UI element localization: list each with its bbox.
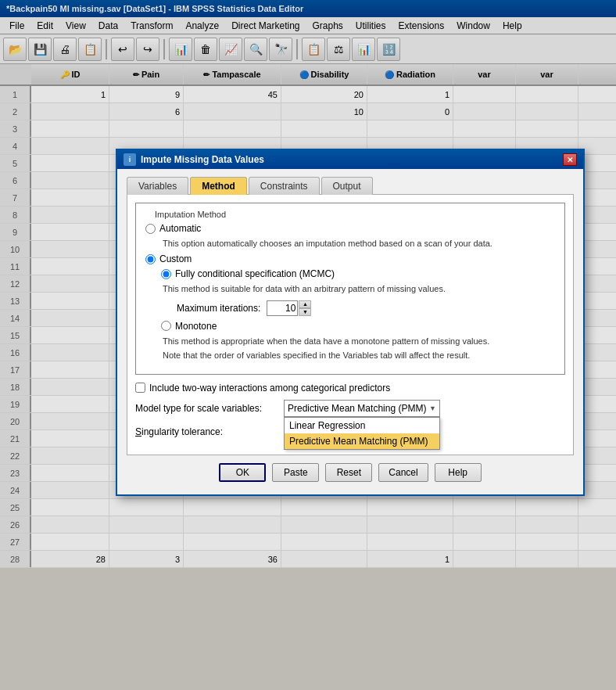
automatic-radio-row: Automatic [145, 223, 555, 234]
dialog-body: Variables Method Constraints Output Impu… [117, 169, 583, 494]
paste-button[interactable]: Paste [272, 463, 319, 482]
singularity-label: Singularity tolerance: [135, 426, 284, 437]
tab-content-method: Imputation Method Automatic This option … [127, 194, 574, 455]
tab-variables[interactable]: Variables [127, 177, 188, 195]
close-button[interactable]: ✕ [563, 153, 577, 166]
custom-radio-row: Custom [145, 253, 555, 264]
dropdown-arrow-icon: ▼ [429, 404, 436, 412]
dialog-title-bar: i Impute Missing Data Values ✕ [117, 150, 583, 169]
model-type-value: Predictive Mean Matching (PMM) [288, 403, 426, 414]
fully-conditional-radio-row: Fully conditional specification (MCMC) [161, 268, 555, 279]
model-type-dropdown-menu: Linear Regression Predictive Mean Matchi… [284, 417, 440, 450]
model-type-dropdown-container: Predictive Mean Matching (PMM) ▼ Linear … [284, 400, 440, 417]
include-interactions-checkbox[interactable] [135, 383, 145, 393]
monotone-desc-1: This method is appropriate when the data… [163, 336, 555, 347]
model-type-label: Model type for scale variables: [135, 403, 284, 414]
max-iter-row: Maximum iterations: ▲ ▼ [177, 300, 555, 316]
singularity-label-text: Singularity tolerance: [135, 426, 223, 437]
include-interactions-row: Include two-way interactions among categ… [135, 383, 565, 394]
monotone-radio[interactable] [161, 321, 171, 331]
help-button[interactable]: Help [435, 463, 482, 482]
dialog-buttons: OK Paste Reset Cancel Help [127, 455, 574, 487]
monotone-radio-row: Monotone [161, 321, 555, 332]
custom-radio[interactable] [145, 254, 156, 264]
monotone-desc-2: Note that the order of variables specifi… [163, 350, 555, 361]
model-type-dropdown[interactable]: Predictive Mean Matching (PMM) ▼ [284, 400, 440, 417]
custom-label[interactable]: Custom [159, 253, 192, 264]
automatic-label[interactable]: Automatic [159, 223, 201, 234]
impute-dialog: i Impute Missing Data Values ✕ Variables… [116, 149, 585, 496]
dropdown-option-linear[interactable]: Linear Regression [285, 418, 439, 433]
tab-constraints[interactable]: Constraints [249, 177, 320, 195]
automatic-radio[interactable] [145, 224, 156, 234]
max-iter-label: Maximum iterations: [177, 303, 260, 314]
fully-conditional-radio[interactable] [161, 269, 171, 279]
spinner-buttons: ▲ ▼ [299, 300, 311, 316]
include-interactions-label[interactable]: Include two-way interactions among categ… [149, 383, 390, 394]
fieldset-legend: Imputation Method [152, 210, 555, 219]
dropdown-option-pmm[interactable]: Predictive Mean Matching (PMM) [285, 433, 439, 449]
tab-bar: Variables Method Constraints Output [127, 177, 574, 195]
dialog-title: Impute Missing Data Values [141, 154, 264, 165]
model-type-row: Model type for scale variables: Predicti… [135, 400, 565, 417]
spinner-up-button[interactable]: ▲ [299, 300, 311, 308]
spinner-down-button[interactable]: ▼ [299, 308, 311, 316]
monotone-label[interactable]: Monotone [175, 321, 217, 332]
tab-method[interactable]: Method [190, 177, 247, 195]
dialog-overlay: i Impute Missing Data Values ✕ Variables… [0, 0, 616, 690]
max-iter-input[interactable] [267, 300, 298, 316]
tab-output[interactable]: Output [321, 177, 373, 195]
fully-conditional-desc: This method is suitable for data with an… [163, 283, 555, 295]
cancel-button[interactable]: Cancel [378, 463, 428, 482]
ok-button[interactable]: OK [219, 463, 266, 482]
automatic-desc: This option automatically chooses an imp… [163, 238, 555, 250]
reset-button[interactable]: Reset [325, 463, 372, 482]
dialog-icon: i [124, 153, 136, 166]
fully-conditional-label[interactable]: Fully conditional specification (MCMC) [175, 268, 335, 279]
imputation-method-fieldset: Imputation Method Automatic This option … [135, 203, 565, 375]
